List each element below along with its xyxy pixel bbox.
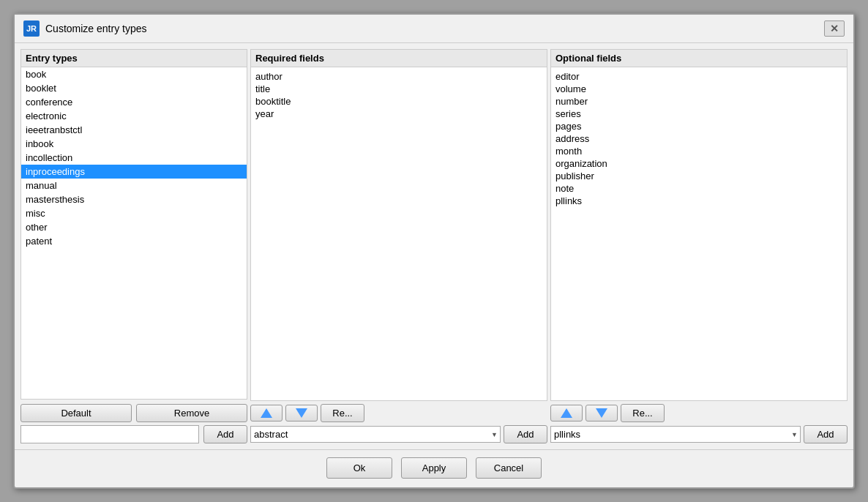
add-entry-type-button[interactable]: Add [203, 425, 247, 443]
down-arrow-icon [296, 408, 307, 418]
left-add-row: Add [20, 425, 247, 443]
list-item[interactable]: booklet [21, 81, 247, 95]
apply-button[interactable]: Apply [401, 457, 467, 479]
required-up-button[interactable] [250, 405, 283, 422]
required-field-item: booktitle [255, 95, 542, 108]
required-down-button[interactable] [285, 405, 318, 422]
list-item[interactable]: patent [21, 234, 247, 248]
list-item[interactable]: other [21, 220, 247, 234]
entry-types-header: Entry types [20, 49, 247, 67]
right-panels: Required fields authortitlebooktitleyear… [250, 49, 848, 443]
required-add-button[interactable]: Add [504, 425, 547, 443]
optional-fields-panel: Optional fields editorvolumenumberseries… [550, 49, 848, 443]
title-bar-left: JR Customize entry types [23, 20, 147, 37]
entry-types-list[interactable]: bookbookletconferenceelectronicieeetranb… [20, 67, 247, 400]
fields-row: Required fields authortitlebooktitleyear… [250, 49, 848, 443]
required-dropdown[interactable]: abstractaddressannoteauthorbooktitlechap… [250, 426, 501, 443]
optional-up-button[interactable] [550, 405, 583, 422]
required-field-item: author [255, 70, 542, 83]
left-panel-buttons: Default Remove [20, 404, 247, 422]
optional-add-row: abstractaddressannoteauthorbooktitlechap… [550, 425, 848, 443]
dialog-title: Customize entry types [45, 23, 147, 34]
entry-type-input[interactable] [20, 425, 199, 443]
list-item[interactable]: book [21, 67, 247, 81]
bottom-bar: Ok Apply Cancel [15, 449, 853, 487]
up-arrow-icon [261, 408, 272, 418]
required-field-item: year [255, 108, 542, 120]
optional-fields-header: Optional fields [550, 49, 848, 67]
optional-dropdown[interactable]: abstractaddressannoteauthorbooktitlechap… [550, 426, 801, 443]
customize-entry-types-dialog: JR Customize entry types ✕ Entry types b… [13, 13, 855, 489]
left-panel: Entry types bookbookletconferenceelectro… [20, 49, 247, 443]
optional-field-controls: Re... [550, 404, 848, 422]
required-dropdown-wrapper[interactable]: abstractaddressannoteauthorbooktitlechap… [250, 426, 501, 443]
down-arrow-icon-opt [596, 408, 607, 418]
optional-field-item: organization [555, 157, 842, 170]
cancel-button[interactable]: Cancel [476, 457, 542, 479]
optional-rename-button[interactable]: Re... [621, 404, 665, 422]
optional-field-item: note [555, 182, 842, 195]
title-bar: JR Customize entry types ✕ [15, 15, 853, 43]
optional-add-button[interactable]: Add [804, 425, 848, 443]
required-field-item: title [255, 83, 542, 95]
list-item[interactable]: misc [21, 206, 247, 220]
required-field-controls: Re... [250, 404, 547, 422]
optional-field-item: editor [555, 70, 842, 83]
optional-field-item: pllinks [555, 195, 842, 207]
required-fields-list: authortitlebooktitleyear [250, 67, 547, 401]
remove-button[interactable]: Remove [136, 404, 247, 422]
list-item[interactable]: incollection [21, 151, 247, 165]
list-item[interactable]: electronic [21, 109, 247, 123]
optional-field-item: address [555, 132, 842, 145]
list-item[interactable]: manual [21, 179, 247, 192]
list-item[interactable]: ieeetranbstctl [21, 123, 247, 137]
default-button[interactable]: Default [20, 404, 132, 422]
up-arrow-icon-opt [561, 408, 572, 418]
required-fields-header: Required fields [250, 49, 547, 67]
optional-field-item: volume [555, 83, 842, 95]
optional-dropdown-wrapper[interactable]: abstractaddressannoteauthorbooktitlechap… [550, 426, 801, 443]
optional-fields-list: editorvolumenumberseriespagesaddressmont… [550, 67, 848, 401]
required-fields-panel: Required fields authortitlebooktitleyear… [250, 49, 547, 443]
optional-field-item: series [555, 108, 842, 120]
required-add-row: abstractaddressannoteauthorbooktitlechap… [250, 425, 547, 443]
optional-field-item: publisher [555, 170, 842, 182]
optional-field-item: pages [555, 120, 842, 132]
optional-down-button[interactable] [585, 405, 618, 422]
list-item[interactable]: inbook [21, 137, 247, 151]
list-item[interactable]: inproceedings [21, 165, 247, 179]
app-icon: JR [23, 20, 40, 37]
close-button[interactable]: ✕ [824, 20, 845, 37]
required-rename-button[interactable]: Re... [321, 404, 364, 422]
ok-button[interactable]: Ok [326, 457, 392, 479]
list-item[interactable]: mastersthesis [21, 192, 247, 206]
optional-field-item: month [555, 145, 842, 157]
optional-field-item: number [555, 95, 842, 108]
main-content: Entry types bookbookletconferenceelectro… [15, 43, 853, 449]
list-item[interactable]: conference [21, 95, 247, 109]
